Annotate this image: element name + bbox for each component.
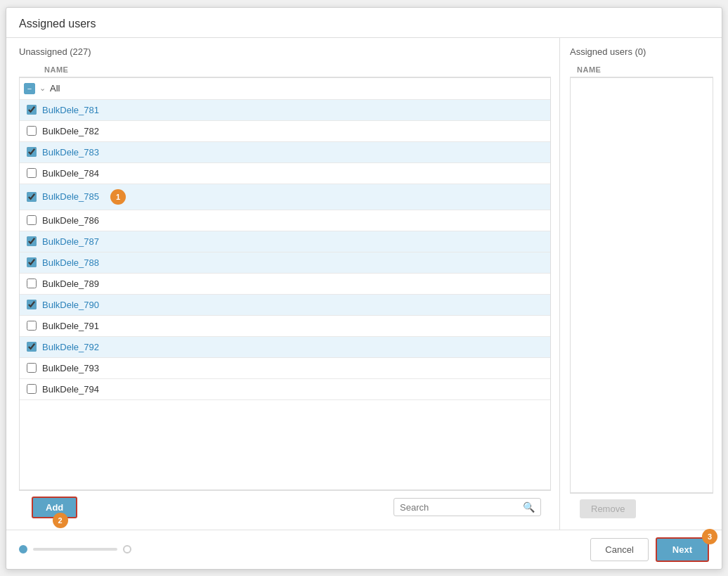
list-item: BulkDele_787 — [20, 231, 550, 252]
all-row: − ⌄ All — [20, 78, 550, 100]
user-checkbox-787[interactable] — [27, 236, 37, 246]
user-name: BulkDele_785 — [42, 191, 99, 202]
right-bottom-bar: Remove — [570, 493, 713, 524]
assigned-users-dialog: Assigned users Unassigned (227) NAME − ⌄… — [6, 7, 722, 570]
list-item: BulkDele_792 — [20, 337, 550, 358]
next-button[interactable]: Next — [656, 537, 709, 562]
add-badge: 2 — [53, 513, 68, 528]
footer-buttons: Cancel Next 3 — [590, 537, 709, 562]
search-icon: 🔍 — [523, 501, 535, 513]
assigned-header: Assigned users (0) — [570, 46, 713, 57]
list-item: BulkDele_788 — [20, 252, 550, 274]
chevron-icon: ⌄ — [39, 84, 46, 93]
user-name: BulkDele_792 — [42, 342, 99, 352]
user-checkbox-794[interactable] — [27, 384, 37, 394]
search-box[interactable]: 🔍 — [394, 498, 541, 516]
user-name: BulkDele_794 — [42, 384, 99, 395]
left-col-header: NAME — [19, 63, 551, 77]
user-checkbox-789[interactable] — [27, 279, 37, 288]
user-name: BulkDele_790 — [42, 300, 99, 310]
list-item: BulkDele_789 — [20, 274, 550, 295]
user-name: BulkDele_784 — [42, 168, 99, 179]
list-item: BulkDele_794 — [20, 379, 550, 400]
user-name: BulkDele_789 — [42, 279, 99, 289]
list-item: BulkDele_784 — [20, 163, 550, 184]
all-label: All — [50, 83, 60, 94]
list-item: BulkDele_791 — [20, 316, 550, 337]
list-item: BulkDele_786 — [20, 210, 550, 231]
remove-button[interactable]: Remove — [580, 499, 636, 518]
user-checkbox-785[interactable] — [27, 192, 37, 202]
list-item: BulkDele_782 — [20, 121, 550, 142]
progress-track — [33, 548, 117, 551]
user-checkbox-790[interactable] — [27, 300, 37, 309]
user-checkbox-788[interactable] — [27, 257, 37, 267]
user-checkbox-792[interactable] — [27, 342, 37, 352]
dialog-footer: Cancel Next 3 — [6, 530, 722, 569]
progress-bar — [19, 545, 131, 553]
list-item: BulkDele_781 — [20, 100, 550, 121]
list-item: BulkDele_790 — [20, 295, 550, 316]
left-panel: Unassigned (227) NAME − ⌄ All BulkDele_7… — [6, 38, 560, 530]
user-name: BulkDele_788 — [42, 257, 99, 268]
next-button-wrapper: Next 3 — [656, 537, 709, 562]
badge-785: 1 — [110, 189, 126, 205]
user-checkbox-791[interactable] — [27, 321, 37, 331]
dialog-title: Assigned users — [19, 18, 96, 30]
progress-dot-inactive — [123, 545, 131, 553]
search-input[interactable] — [400, 502, 523, 513]
user-checkbox-793[interactable] — [27, 363, 37, 373]
user-name: BulkDele_791 — [42, 321, 99, 331]
unassigned-user-list: − ⌄ All BulkDele_781 BulkDele_782 BulkDe… — [19, 77, 551, 490]
user-name: BulkDele_782 — [42, 126, 99, 136]
user-name: BulkDele_787 — [42, 236, 99, 247]
user-checkbox-781[interactable] — [27, 105, 37, 115]
user-name: BulkDele_793 — [42, 363, 99, 373]
user-checkbox-783[interactable] — [27, 147, 37, 157]
list-item: BulkDele_783 — [20, 142, 550, 163]
list-item: BulkDele_785 1 — [20, 184, 550, 210]
user-name: BulkDele_786 — [42, 215, 99, 226]
user-checkbox-782[interactable] — [27, 126, 37, 136]
user-name: BulkDele_783 — [42, 147, 99, 158]
right-col-header: NAME — [570, 63, 713, 77]
dialog-body: Unassigned (227) NAME − ⌄ All BulkDele_7… — [6, 38, 722, 530]
assigned-user-list — [570, 77, 713, 493]
left-bottom-bar: Add 2 🔍 — [19, 490, 551, 524]
user-checkbox-784[interactable] — [27, 168, 37, 178]
dialog-header: Assigned users — [6, 8, 722, 38]
user-checkbox-786[interactable] — [27, 215, 37, 225]
unassigned-header: Unassigned (227) — [19, 46, 551, 57]
progress-dot-active — [19, 545, 27, 553]
cancel-button[interactable]: Cancel — [590, 538, 648, 561]
next-badge: 3 — [702, 529, 717, 544]
user-name: BulkDele_781 — [42, 105, 99, 115]
list-item: BulkDele_793 — [20, 358, 550, 379]
right-panel: Assigned users (0) NAME Remove — [560, 38, 722, 530]
minus-icon[interactable]: − — [24, 83, 35, 94]
add-button-wrapper: Add 2 — [32, 497, 77, 518]
